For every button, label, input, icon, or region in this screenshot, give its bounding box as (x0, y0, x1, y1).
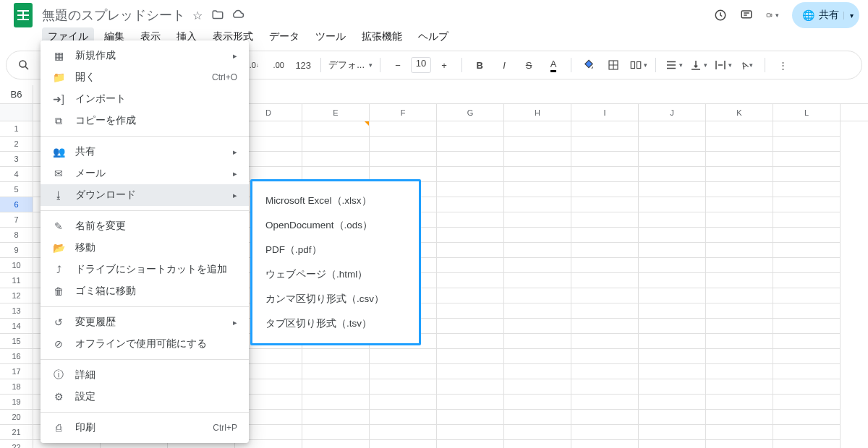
star-icon[interactable]: ☆ (191, 9, 204, 22)
file-share[interactable]: 👥共有▸ (41, 141, 249, 163)
more-icon[interactable]: ⋮ (773, 55, 793, 75)
cell[interactable] (504, 137, 571, 152)
row-header[interactable]: 11 (0, 273, 33, 288)
download-xlsx[interactable]: Microsoft Excel（.xlsx） (252, 189, 419, 213)
download-ods[interactable]: OpenDocument（.ods） (252, 213, 419, 238)
cell[interactable] (571, 319, 639, 334)
menu-extensions[interactable]: 拡張機能 (356, 27, 408, 46)
cell[interactable] (302, 440, 370, 448)
cell[interactable] (437, 137, 504, 152)
cell[interactable] (773, 395, 841, 410)
cell[interactable] (370, 137, 437, 152)
cell[interactable] (639, 228, 706, 243)
cell[interactable] (437, 410, 504, 425)
cell[interactable] (639, 152, 706, 167)
move-folder-icon[interactable] (211, 9, 224, 22)
cell[interactable] (571, 182, 639, 197)
cloud-status-icon[interactable] (231, 9, 244, 22)
cell[interactable] (302, 410, 370, 425)
borders-button[interactable] (603, 55, 624, 75)
cell[interactable] (571, 410, 639, 425)
cell[interactable] (504, 121, 571, 137)
cell[interactable] (504, 440, 571, 448)
cell[interactable] (571, 288, 639, 303)
cell[interactable] (706, 319, 773, 334)
cell[interactable] (571, 273, 639, 288)
search-menus-icon[interactable] (14, 55, 34, 75)
cell[interactable] (504, 228, 571, 243)
cell[interactable] (571, 167, 639, 182)
comment-icon[interactable] (740, 9, 753, 22)
strike-button[interactable]: S (519, 55, 539, 75)
cell[interactable] (504, 182, 571, 197)
menu-help[interactable]: ヘルプ (412, 27, 454, 46)
cell[interactable] (639, 349, 706, 364)
cell[interactable] (437, 379, 504, 395)
cell[interactable] (571, 243, 639, 258)
italic-button[interactable]: I (494, 55, 514, 75)
cell[interactable] (773, 425, 841, 440)
cell[interactable] (639, 364, 706, 379)
cell[interactable] (571, 364, 639, 379)
cell[interactable] (773, 243, 841, 258)
col-header-K[interactable]: K (706, 104, 773, 121)
cell[interactable] (437, 167, 504, 182)
cell[interactable] (639, 167, 706, 182)
cell[interactable] (706, 349, 773, 364)
cell[interactable] (571, 258, 639, 273)
cell[interactable] (773, 440, 841, 448)
col-header-G[interactable]: G (437, 104, 504, 121)
cell[interactable] (437, 364, 504, 379)
row-header[interactable]: 16 (0, 349, 33, 364)
cell[interactable] (571, 349, 639, 364)
sheets-logo[interactable] (9, 1, 38, 30)
cell[interactable] (639, 258, 706, 273)
col-header-F[interactable]: F (370, 104, 437, 121)
cell[interactable] (437, 288, 504, 303)
cell[interactable] (302, 121, 370, 137)
cell[interactable] (504, 273, 571, 288)
cell[interactable] (504, 364, 571, 379)
cell[interactable] (437, 319, 504, 334)
row-header[interactable]: 5 (0, 182, 33, 197)
cell[interactable] (571, 334, 639, 349)
row-header[interactable]: 10 (0, 258, 33, 273)
row-header[interactable]: 15 (0, 334, 33, 349)
cell[interactable] (370, 395, 437, 410)
row-header[interactable]: 7 (0, 212, 33, 228)
cell[interactable] (437, 182, 504, 197)
merge-button[interactable]: ▾ (628, 55, 648, 75)
cell[interactable] (639, 243, 706, 258)
cell[interactable] (639, 334, 706, 349)
font-size-input[interactable]: 10 (411, 57, 431, 73)
cell[interactable] (773, 364, 841, 379)
cell[interactable] (639, 288, 706, 303)
cell[interactable] (706, 273, 773, 288)
cell[interactable] (706, 395, 773, 410)
cell[interactable] (639, 212, 706, 228)
file-add-shortcut[interactable]: ⤴ドライブにショートカットを追加 (41, 259, 249, 280)
cell[interactable] (639, 395, 706, 410)
cell[interactable] (437, 303, 504, 319)
cell[interactable] (437, 152, 504, 167)
row-header[interactable]: 17 (0, 364, 33, 379)
cell[interactable] (706, 288, 773, 303)
cell[interactable] (639, 303, 706, 319)
cell[interactable] (370, 379, 437, 395)
cell[interactable] (773, 167, 841, 182)
cell[interactable] (504, 212, 571, 228)
cell[interactable] (639, 121, 706, 137)
cell[interactable] (639, 273, 706, 288)
row-header[interactable]: 19 (0, 395, 33, 410)
cell[interactable] (571, 425, 639, 440)
cell[interactable] (706, 258, 773, 273)
cell[interactable] (302, 425, 370, 440)
cell[interactable] (706, 197, 773, 212)
cell[interactable] (504, 167, 571, 182)
fill-color-button[interactable] (579, 55, 599, 75)
col-header-L[interactable]: L (773, 104, 841, 121)
cell[interactable] (639, 440, 706, 448)
row-header[interactable]: 14 (0, 319, 33, 334)
select-all-corner[interactable] (0, 104, 33, 121)
cell[interactable] (504, 258, 571, 273)
